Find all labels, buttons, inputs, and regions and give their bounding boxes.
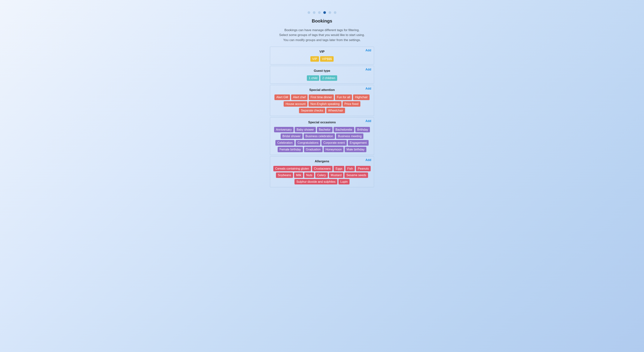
wizard-container: Bookings Bookings can have manage differ… <box>183 0 461 195</box>
add-group-button[interactable]: Add <box>366 87 371 90</box>
tag-chip[interactable]: Eggs <box>334 166 344 171</box>
tag-chip[interactable]: VIP$$$ <box>320 56 334 62</box>
tag-chip[interactable]: Graduation <box>304 147 322 152</box>
tag-group-card: AddVIPVIPVIP$$$ <box>270 47 374 65</box>
description-line: Bookings can have manage different tags … <box>279 28 365 33</box>
step-dot-0[interactable] <box>308 11 310 14</box>
group-title: Guest type <box>273 69 371 73</box>
step-dot-1[interactable] <box>313 11 316 14</box>
tag-chip[interactable]: Celebration <box>276 140 294 145</box>
tag-chip[interactable]: Lupin <box>338 179 350 185</box>
tag-chip[interactable]: Bridal shower <box>281 133 302 139</box>
tag-chip[interactable]: Price fixed <box>342 101 360 107</box>
tag-chip[interactable]: Male birthday <box>345 147 366 152</box>
page-title: Bookings <box>312 18 332 24</box>
description-line: You can modify groups and tags later fro… <box>279 38 365 43</box>
step-dot-4[interactable] <box>328 11 331 14</box>
tag-chip[interactable]: Highchair <box>353 94 370 100</box>
tag-chip[interactable]: Mustard <box>329 172 344 178</box>
tag-chip[interactable]: Cereals containing gluten <box>273 166 311 171</box>
tag-chip[interactable]: VIP <box>310 56 319 62</box>
tag-chip[interactable]: Crustaceans <box>312 166 333 171</box>
tag-list: 1 child2 children <box>273 75 371 81</box>
page-description: Bookings can have manage different tags … <box>279 28 365 43</box>
step-dot-2[interactable] <box>318 11 321 14</box>
tag-list: AnniversaryBaby showerBachelorBacheloret… <box>273 127 371 152</box>
tag-list: VIPVIP$$$ <box>273 56 371 62</box>
tag-chip[interactable]: Honeymoon <box>324 147 344 152</box>
tag-chip[interactable]: Bachelorette <box>334 127 354 132</box>
stepper <box>308 11 336 14</box>
tag-chip[interactable]: Corporate event <box>322 140 347 145</box>
step-dot-5[interactable] <box>334 11 336 14</box>
tag-group-card: AddSpecial occasionsAnniversaryBaby show… <box>270 117 374 155</box>
tag-chip[interactable]: 2 children <box>320 75 337 81</box>
tag-chip[interactable]: Fun for all <box>335 94 352 100</box>
tag-chip[interactable]: Bachelor <box>317 127 332 132</box>
group-title: Allergens <box>273 159 371 163</box>
tag-group-card: AddGuest type1 child2 children <box>270 66 374 84</box>
tag-chip[interactable]: Milk <box>294 172 303 178</box>
tag-chip[interactable]: Sulphur dioxide and sulphites <box>294 179 337 185</box>
group-title: Special occasions <box>273 120 371 124</box>
tag-list: Cereals containing glutenCrustaceansEggs… <box>273 166 371 185</box>
description-line: Select some groups of tags that you woul… <box>279 33 365 38</box>
tag-chip[interactable]: Separate checks <box>299 108 325 113</box>
add-group-button[interactable]: Add <box>366 158 371 162</box>
tag-chip[interactable]: Business meeting <box>336 133 363 139</box>
tag-list: Alert GMAlert chefFirst time dinnerFun f… <box>273 94 371 113</box>
tag-chip[interactable]: Non-English speaking <box>308 101 342 107</box>
tag-chip[interactable]: House account <box>284 101 308 107</box>
tag-chip[interactable]: Anniversary <box>274 127 294 132</box>
tag-chip[interactable]: Wheelchair <box>326 108 345 113</box>
tag-chip[interactable]: Business celebration <box>304 133 335 139</box>
tag-chip[interactable]: Peanuts <box>356 166 371 171</box>
step-dot-3[interactable] <box>323 11 326 14</box>
group-title: VIP <box>273 50 371 54</box>
tag-group-card: AddSpecial attentionAlert GMAlert chefFi… <box>270 85 374 116</box>
add-group-button[interactable]: Add <box>366 68 371 71</box>
group-title: Special attention <box>273 88 371 92</box>
tag-group-card: AddAllergensCereals containing glutenCru… <box>270 156 374 188</box>
tag-chip[interactable]: Female birthday <box>278 147 303 152</box>
tag-chip[interactable]: Congratulations <box>296 140 320 145</box>
tag-chip[interactable]: Celery <box>315 172 328 178</box>
tag-chip[interactable]: Engagement <box>348 140 368 145</box>
tag-chip[interactable]: Soybeans <box>276 172 293 178</box>
tag-chip[interactable]: First time dinner <box>309 94 334 100</box>
add-group-button[interactable]: Add <box>366 119 371 123</box>
tag-chip[interactable]: Fish <box>346 166 355 171</box>
tag-chip[interactable]: Nuts <box>304 172 314 178</box>
tag-chip[interactable]: Brithday <box>355 127 370 132</box>
tag-chip[interactable]: Alert chef <box>291 94 308 100</box>
tag-chip[interactable]: Sesame seeds <box>344 172 368 178</box>
tag-chip[interactable]: Alert GM <box>274 94 290 100</box>
add-group-button[interactable]: Add <box>366 49 371 52</box>
tag-chip[interactable]: Baby shower <box>295 127 316 132</box>
tag-chip[interactable]: 1 child <box>307 75 319 81</box>
tag-groups: AddVIPVIPVIP$$$AddGuest type1 child2 chi… <box>270 47 374 187</box>
